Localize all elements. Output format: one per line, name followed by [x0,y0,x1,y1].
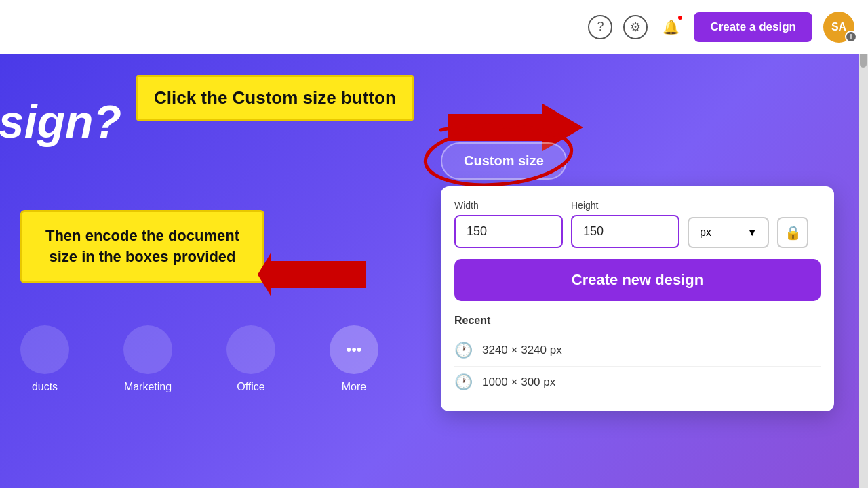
width-input[interactable] [454,215,563,248]
category-item-more[interactable]: ••• More [330,325,378,393]
scrollbar[interactable] [859,0,868,488]
category-item-marketing[interactable]: Marketing [123,325,172,393]
avatar-badge: i [845,30,857,43]
custom-size-btn-wrapper: Custom size [441,142,834,180]
dimensions-row: Width Height px ▼ 🔒 [454,200,821,248]
recent-size-0: 3240 × 3240 px [482,344,562,357]
category-nav: ducts Marketing Office ••• More [0,325,378,393]
category-label-office: Office [237,381,265,393]
avatar[interactable]: SA i [823,12,854,43]
category-circle-office [226,325,275,374]
chevron-down-icon: ▼ [747,227,757,238]
custom-size-button[interactable]: Custom size [441,142,567,180]
category-label-more: More [342,381,366,393]
main-content: esign? ducts Marketing Office ••• More C… [0,54,868,488]
notifications-button[interactable]: 🔔 [658,15,683,39]
height-group: Height [571,200,679,248]
svg-marker-1 [258,252,366,297]
category-circle-more: ••• [330,325,378,374]
category-item-office[interactable]: Office [226,325,275,393]
recent-label: Recent [454,314,821,327]
notification-dot [677,14,684,21]
clock-icon-0: 🕐 [454,342,473,359]
annotation-bottom: Then encode the document size in the box… [20,210,264,283]
unit-select[interactable]: px ▼ [688,217,769,248]
help-button[interactable]: ? [588,15,612,39]
recent-size-1: 1000 × 300 px [482,375,555,389]
lock-button[interactable]: 🔒 [777,217,808,248]
create-design-button[interactable]: Create a design [694,12,812,42]
topbar: ? ⚙ 🔔 Create a design SA i [0,0,868,54]
banner-heading: esign? [0,95,121,148]
category-label-products: ducts [32,381,58,393]
annotation-top: Click the Custom size button [136,75,414,121]
clock-icon-1: 🕐 [454,373,473,391]
height-input[interactable] [571,215,679,248]
category-label-marketing: Marketing [124,381,172,393]
lock-icon: 🔒 [785,224,802,241]
category-item-products[interactable]: ducts [20,325,69,393]
lock-wrapper: 🔒 [777,200,808,248]
width-group: Width [454,200,563,248]
recent-item-0[interactable]: 🕐 3240 × 3240 px [454,335,821,367]
height-label: Height [571,200,679,211]
custom-size-area: Custom size Width Height [441,142,834,411]
category-circle-products [20,325,69,374]
unit-wrapper: px ▼ [688,200,769,248]
width-label: Width [454,200,563,211]
arrow-left-icon [258,251,366,301]
settings-button[interactable]: ⚙ [623,15,648,39]
category-circle-marketing [123,325,172,374]
create-new-design-button[interactable]: Create new design [454,259,821,301]
dropdown-panel: Width Height px ▼ 🔒 [441,186,834,411]
recent-item-1[interactable]: 🕐 1000 × 300 px [454,367,821,398]
